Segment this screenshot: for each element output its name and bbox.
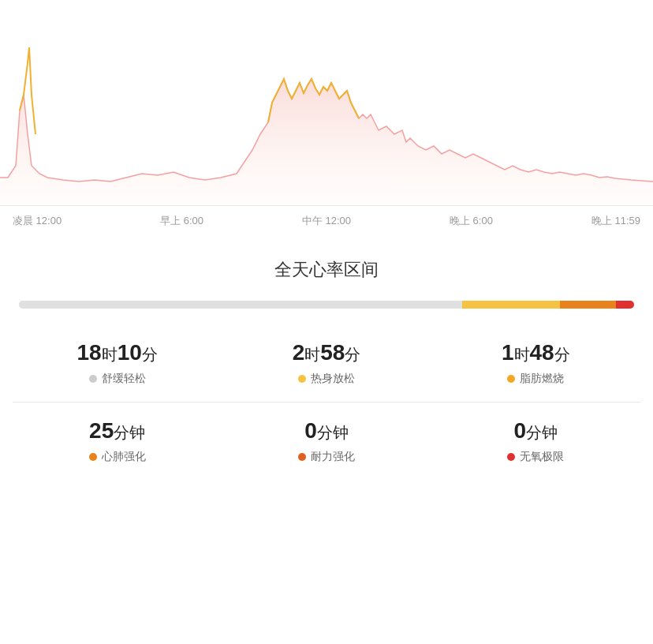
stat-value-4: 0分钟 [304, 418, 349, 444]
heart-rate-chart [0, 0, 653, 205]
stat-value-0: 18时10分 [77, 340, 158, 365]
stat-item-3: 25分钟 心肺强化 [13, 402, 222, 474]
progress-bar [19, 301, 634, 309]
dot-icon-2 [507, 375, 515, 383]
stat-label-1: 热身放松 [311, 372, 355, 386]
stat-label-row-5: 无氧极限 [507, 450, 564, 464]
dot-icon-3 [89, 453, 97, 461]
stat-label-5: 无氧极限 [520, 450, 564, 464]
stat-item-5: 0分钟 无氧极限 [431, 402, 640, 474]
stat-label-row-3: 心肺强化 [89, 450, 146, 464]
stats-top-grid: 18时10分 舒缓轻松 2时58分 热身放松 1时48分 脂肪燃烧 [0, 331, 653, 402]
segment-yellow [462, 301, 561, 309]
time-label-1: 早上 6:00 [160, 214, 203, 228]
segment-orange [560, 301, 615, 309]
stat-label-3: 心肺强化 [102, 450, 146, 464]
stat-value-2: 1时48分 [502, 340, 570, 365]
time-label-3: 晚上 6:00 [450, 214, 493, 228]
stat-item-4: 0分钟 耐力强化 [222, 402, 431, 474]
time-label-2: 中午 12:00 [302, 214, 351, 228]
dot-icon-1 [298, 375, 306, 383]
segment-gray [19, 301, 462, 309]
time-label-4: 晚上 11:59 [591, 214, 640, 228]
stat-item-0: 18时10分 舒缓轻松 [13, 331, 222, 402]
dot-icon-4 [298, 453, 306, 461]
time-axis: 凌晨 12:00 早上 6:00 中午 12:00 晚上 6:00 晚上 11:… [0, 205, 653, 236]
stat-item-1: 2时58分 热身放松 [222, 331, 431, 402]
stat-value-1: 2时58分 [293, 340, 361, 365]
stat-label-row-0: 舒缓轻松 [89, 372, 146, 386]
segment-red [616, 301, 634, 309]
stat-label-row-4: 耐力强化 [298, 450, 355, 464]
stat-label-row-2: 脂肪燃烧 [507, 372, 564, 386]
dot-icon-0 [89, 375, 97, 383]
section-title: 全天心率区间 [0, 236, 653, 301]
time-label-0: 凌晨 12:00 [13, 214, 62, 228]
dot-icon-5 [507, 453, 515, 461]
stat-value-3: 25分钟 [89, 418, 145, 444]
stat-label-4: 耐力强化 [311, 450, 355, 464]
stat-item-2: 1时48分 脂肪燃烧 [431, 331, 640, 402]
stats-bottom-grid: 25分钟 心肺强化 0分钟 耐力强化 0分钟 无氧极限 [0, 402, 653, 474]
stat-label-0: 舒缓轻松 [102, 372, 146, 386]
stat-label-2: 脂肪燃烧 [520, 372, 564, 386]
stat-value-5: 0分钟 [514, 418, 558, 444]
stat-label-row-1: 热身放松 [298, 372, 355, 386]
